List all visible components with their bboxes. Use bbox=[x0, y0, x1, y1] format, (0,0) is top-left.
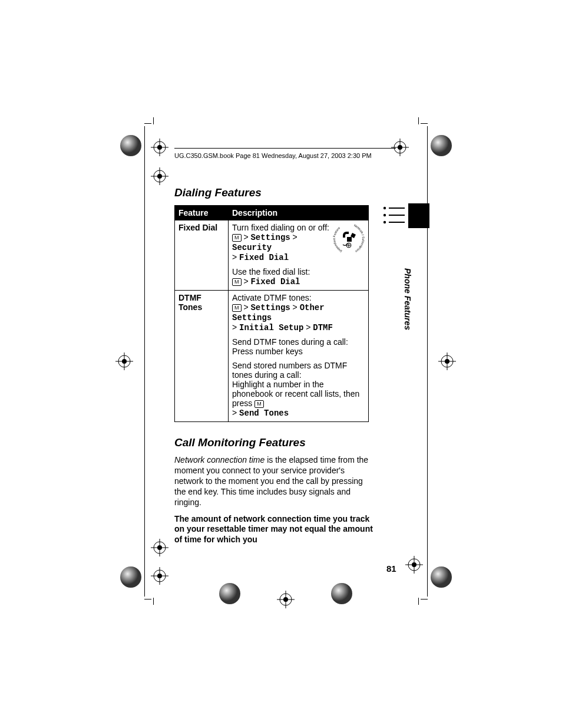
crosshair-icon bbox=[151, 167, 168, 185]
feature-desc-dtmf: Activate DTMF tones: M > Settings > Othe… bbox=[229, 291, 369, 422]
svg-point-18 bbox=[157, 145, 162, 150]
svg-point-43 bbox=[157, 574, 162, 578]
table-row: Fixed Dial Network / Subscription Depen bbox=[175, 220, 369, 291]
gt: > bbox=[293, 232, 297, 242]
fixed-p2: Use the fixed dial list: bbox=[232, 267, 310, 276]
dtmf-p1: Activate DTMF tones: bbox=[232, 293, 312, 302]
path: DTMF bbox=[313, 323, 333, 332]
printer-mark-icon bbox=[329, 581, 354, 606]
gt: > bbox=[293, 302, 297, 312]
crosshair-icon bbox=[151, 567, 168, 585]
running-header: UG.C350.GSM.book Page 81 Wednesday, Augu… bbox=[174, 152, 372, 159]
svg-point-54 bbox=[219, 583, 240, 604]
svg-point-7 bbox=[384, 207, 386, 209]
fixed-p1: Turn fixed dialing on or off: bbox=[232, 223, 329, 232]
call-monitoring-heading: Call Monitoring Features bbox=[174, 436, 375, 449]
feature-name-dtmf: DTMF Tones bbox=[175, 291, 229, 422]
menu-key-icon: M bbox=[232, 234, 242, 242]
svg-text:Dependent Feature: Dependent Feature bbox=[333, 226, 342, 253]
nct-term: Network connection time bbox=[174, 455, 265, 465]
svg-point-30 bbox=[122, 359, 127, 364]
dtmf-l2: Tones bbox=[178, 302, 202, 312]
svg-point-14 bbox=[431, 135, 452, 156]
svg-point-8 bbox=[384, 214, 386, 216]
dialing-features-heading: Dialing Features bbox=[174, 186, 375, 199]
printer-mark-icon bbox=[118, 133, 143, 158]
crosshair-icon bbox=[151, 539, 168, 556]
gt: > bbox=[243, 302, 248, 312]
crosshair-icon bbox=[438, 353, 456, 370]
path: Fixed Dial bbox=[239, 253, 289, 262]
crosshair-icon bbox=[151, 139, 168, 156]
printer-mark-icon bbox=[429, 565, 454, 589]
svg-point-47 bbox=[283, 597, 288, 602]
path: Initial Setup bbox=[239, 323, 303, 332]
svg-point-52 bbox=[412, 562, 416, 567]
menu-key-icon: M bbox=[254, 400, 264, 408]
col-feature: Feature bbox=[175, 206, 229, 220]
svg-point-13 bbox=[120, 135, 141, 156]
path: Send Tones bbox=[239, 409, 289, 418]
gt: > bbox=[243, 276, 248, 286]
call-monitoring-para1: Network connection time is the elapsed t… bbox=[174, 455, 375, 508]
side-section-label: Phone Features bbox=[403, 268, 412, 330]
menu-key-icon: M bbox=[232, 304, 242, 312]
call-monitoring-para2: The amount of network connection time yo… bbox=[174, 514, 375, 546]
crosshair-icon bbox=[405, 556, 423, 574]
dtmf-p2: Send DTMF tones during a call: bbox=[232, 337, 348, 347]
svg-point-39 bbox=[157, 545, 162, 550]
svg-point-9 bbox=[384, 221, 386, 223]
gt: > bbox=[232, 322, 237, 332]
crosshair-icon bbox=[391, 139, 409, 156]
svg-point-22 bbox=[398, 145, 402, 150]
printer-mark-icon bbox=[217, 581, 242, 606]
col-description: Description bbox=[229, 206, 369, 220]
gt: > bbox=[232, 252, 237, 262]
svg-rect-6 bbox=[408, 203, 429, 228]
svg-point-26 bbox=[157, 174, 162, 179]
path: Settings bbox=[250, 233, 290, 242]
dtmf-p3a: Send stored numbers as DTMF tones during… bbox=[232, 361, 347, 380]
crosshair-icon bbox=[277, 591, 295, 608]
printer-mark-icon bbox=[118, 565, 143, 589]
feature-name-fixed-dial: Fixed Dial bbox=[175, 220, 229, 291]
svg-point-48 bbox=[431, 566, 452, 588]
printer-mark-icon bbox=[429, 133, 454, 158]
gt: > bbox=[306, 322, 310, 332]
menu-key-icon: M bbox=[232, 278, 242, 286]
dialing-features-table: Feature Description Fixed Dial Ne bbox=[174, 205, 369, 422]
svg-text:Network / Subscription: Network / Subscription bbox=[353, 223, 365, 253]
dtmf-p3b: Highlight a number in the phonebook or r… bbox=[232, 380, 359, 408]
margin-tab-icon bbox=[382, 203, 429, 233]
path: Security bbox=[232, 243, 272, 252]
path: Fixed Dial bbox=[250, 277, 300, 286]
svg-point-35 bbox=[120, 566, 141, 588]
svg-point-53 bbox=[331, 583, 352, 604]
gt: > bbox=[243, 232, 248, 242]
svg-rect-2 bbox=[347, 237, 352, 242]
dtmf-p2b: Press number keys bbox=[232, 347, 303, 356]
path: Settings bbox=[250, 303, 290, 312]
crosshair-icon bbox=[115, 353, 133, 370]
feature-desc-fixed-dial: Network / Subscription Dependent Feature bbox=[229, 220, 369, 291]
header-rule bbox=[174, 148, 396, 149]
gt: > bbox=[232, 408, 237, 417]
dtmf-l1: DTMF bbox=[178, 293, 201, 302]
table-row: DTMF Tones Activate DTMF tones: M > Sett… bbox=[175, 291, 369, 422]
page-number: 81 bbox=[386, 564, 396, 574]
svg-point-34 bbox=[445, 359, 449, 364]
network-dependent-icon: Network / Subscription Dependent Feature bbox=[333, 223, 365, 255]
